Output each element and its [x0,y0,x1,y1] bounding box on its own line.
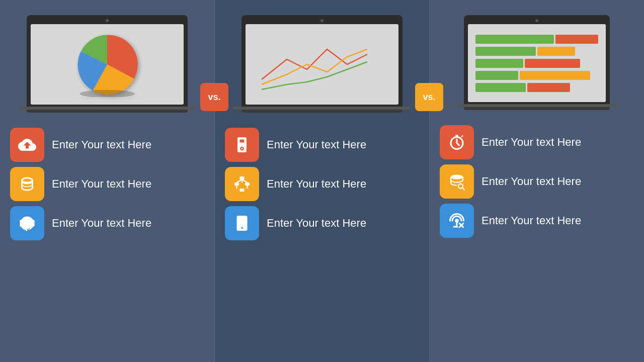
bar-seg-4a [475,71,518,80]
bar-row-4 [475,71,598,80]
vs-badge-2: vs. [415,83,443,111]
list-item-2-2: Enter Your text Here [225,167,419,201]
cloud-icon [18,136,36,154]
bar-seg-3b [525,59,580,68]
laptop-body-2 [242,15,403,107]
bar-row-2 [475,47,598,56]
bar-seg-5b [527,83,570,92]
bar-seg-1b [555,35,598,44]
laptop-2 [242,15,403,113]
laptop-body-1 [27,15,188,107]
database-icon [18,175,36,193]
bar-row-1 [475,35,598,44]
bar-seg-4b [520,71,590,80]
item-text-1-3: Enter Your text Here [52,216,151,231]
laptop-body-3 [464,15,610,104]
mobile-icon [233,214,251,232]
svg-rect-8 [240,140,245,143]
icon-box-stopwatch [440,125,474,159]
laptop-3 [464,15,610,110]
column-3: Enter Your text Here Enter Your text Her… [430,0,644,362]
item-text-1-1: Enter Your text Here [52,138,151,152]
column-2: vs. [215,0,430,362]
item-text-3-3: Enter Your text Here [481,214,581,228]
vs-badge-1: vs. [200,83,228,111]
svg-line-16 [237,179,243,183]
svg-point-7 [242,148,243,149]
laptop-foot-1 [19,107,196,110]
item-text-2-1: Enter Your text Here [267,138,366,152]
laptop-foot-2 [233,107,411,110]
svg-rect-23 [455,135,458,136]
svg-rect-9 [240,176,245,179]
list-item-1-2: Enter Your text Here [10,167,204,201]
icon-box-ipod [225,128,259,162]
list-item-3-1: Enter Your text Here [440,125,634,159]
svg-rect-10 [234,183,239,186]
stopwatch-icon [448,133,466,151]
list-item-3-3: Enter Your text Here [440,204,634,238]
svg-line-24 [461,136,463,137]
list-item-1-3: Enter Your text Here [10,206,204,240]
icon-box-flow [225,167,259,201]
laptop-base-2 [242,107,403,113]
list-item-1-1: Enter Your text Here [10,128,204,162]
bar-seg-5a [475,83,526,92]
icon-list-3: Enter Your text Here Enter Your text Her… [440,125,634,238]
laptop-base-3 [464,104,610,110]
network-icon [18,214,36,232]
svg-point-25 [451,175,463,179]
list-item-2-1: Enter Your text Here [225,128,419,162]
icon-box-broadcast [440,204,474,238]
icon-box-mobile [225,206,259,240]
icon-box-db-search [440,164,474,199]
item-text-3-1: Enter Your text Here [481,135,581,150]
line-chart [257,29,387,100]
laptop-foot-3 [457,104,617,107]
main-container: vs. [0,0,644,362]
svg-line-27 [462,188,464,190]
item-text-2-3: Enter Your text Here [267,216,366,231]
laptop-screen-2 [246,24,398,105]
svg-point-2 [23,222,26,225]
bar-seg-1a [475,35,554,44]
svg-point-3 [29,222,32,225]
icon-box-network [10,206,44,240]
icon-box-cloud [10,128,44,162]
laptop-base-1 [27,107,188,113]
item-text-3-2: Enter Your text Here [481,174,581,189]
pie-chart-container [31,24,184,105]
laptop-1 [27,15,188,113]
svg-rect-12 [240,189,245,192]
flow-icon [233,175,251,193]
svg-rect-11 [245,183,250,186]
laptop-camera-3 [535,19,538,22]
laptop-screen-3 [468,24,606,102]
laptop-camera-1 [106,19,109,22]
icon-box-database [10,167,44,201]
svg-point-0 [79,90,134,97]
laptop-camera-2 [320,19,324,22]
db-search-icon [448,172,466,191]
icon-list-1: Enter Your text Here Enter Your text Her… [10,128,204,240]
laptop-screen-1 [31,24,184,105]
bar-row-3 [475,59,598,68]
bar-row-5 [475,83,598,92]
bar-chart-container [468,24,606,102]
icon-list-2: Enter Your text Here [225,128,419,240]
item-text-2-2: Enter Your text Here [267,177,366,192]
bar-seg-2a [475,47,536,56]
pie-chart [74,32,140,97]
svg-rect-4 [26,222,29,225]
svg-line-17 [242,179,248,183]
line-chart-container [246,24,398,105]
broadcast-icon [448,212,466,230]
ipod-icon [233,136,251,154]
item-text-1-2: Enter Your text Here [52,177,151,192]
list-item-3-2: Enter Your text Here [440,164,634,199]
column-1: vs. [0,0,215,362]
bar-seg-2b [537,47,575,56]
bar-seg-3a [475,59,523,68]
svg-point-20 [242,227,243,229]
list-item-2-3: Enter Your text Here [225,206,419,240]
